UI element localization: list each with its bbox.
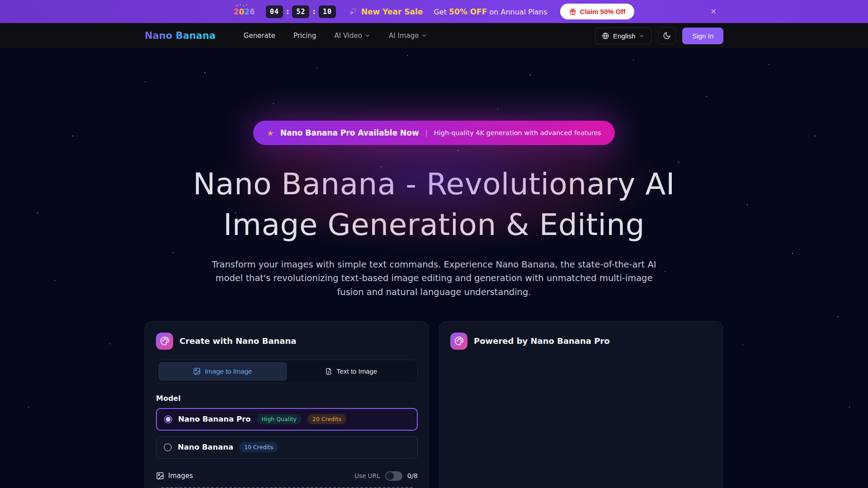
globe-icon	[602, 32, 609, 40]
radio-unselected-icon	[164, 443, 172, 451]
nav-item-ai-video[interactable]: AI Video	[334, 32, 370, 40]
logo[interactable]: Nano Banana	[145, 30, 216, 41]
radio-selected-icon	[164, 415, 172, 423]
chevron-down-icon	[364, 33, 371, 39]
main-content: Create with Nano Banana Image to Image T…	[145, 321, 723, 488]
banner-close-button[interactable]: ✕	[711, 8, 717, 15]
badge-title: Nano Banana Pro Available Now	[280, 128, 419, 137]
toggle-knob	[386, 472, 394, 480]
countdown-timer: 04 : 52 : 10	[266, 5, 336, 18]
sale-title: New Year Sale	[361, 7, 423, 16]
language-selector[interactable]: English	[595, 28, 651, 44]
generator-card: Create with Nano Banana Image to Image T…	[145, 321, 429, 488]
chevron-down-icon	[639, 33, 645, 39]
top-navigation: Nano Banana Generate Pricing AI Video AI…	[0, 23, 868, 48]
image-icon	[193, 367, 201, 375]
image-counter: 0/8	[407, 472, 418, 479]
claim-offer-button[interactable]: Claim 50% Off	[560, 4, 635, 19]
mode-tabs: Image to Image Text to Image	[156, 360, 418, 383]
hero-section: ★ Nano Banana Pro Available Now | High-q…	[0, 48, 868, 300]
model-section-label: Model	[156, 394, 418, 403]
preview-title: Powered by Nano Banana Pro	[474, 336, 610, 346]
pro-announcement-badge[interactable]: ★ Nano Banana Pro Available Now | High-q…	[253, 121, 615, 145]
countdown-minutes: 52	[292, 5, 309, 18]
promo-banner: 2026 04 : 52 : 10 New Year Sale Get 50% …	[0, 0, 868, 23]
palette-icon	[450, 333, 467, 350]
gift-icon	[569, 8, 576, 15]
quality-badge: High Quality	[257, 414, 302, 424]
badge-subtitle: High-quality 4K generation with advanced…	[434, 129, 601, 136]
page-title: Nano Banana - Revolutionary AI Image Gen…	[0, 164, 868, 245]
model-option-nano-banana-pro[interactable]: Nano Banana Pro High Quality 20 Credits	[156, 408, 418, 431]
use-url-toggle[interactable]	[385, 471, 402, 481]
moon-icon	[663, 32, 671, 40]
document-icon	[325, 368, 332, 375]
nav-item-generate[interactable]: Generate	[244, 32, 275, 40]
model-option-nano-banana[interactable]: Nano Banana 10 Credits	[156, 436, 418, 459]
sale-offer-text: Get 50% OFF on Annual Plans	[434, 7, 547, 16]
nav-item-pricing[interactable]: Pricing	[293, 32, 316, 40]
images-label: Images	[168, 472, 193, 480]
nav-links: Generate Pricing AI Video AI Image	[244, 32, 428, 40]
theme-toggle-button[interactable]	[658, 27, 676, 44]
tab-text-to-image[interactable]: Text to Image	[287, 362, 416, 381]
tab-image-to-image[interactable]: Image to Image	[158, 362, 287, 381]
images-header-row: Images Use URL 0/8	[156, 471, 418, 481]
preview-card: Powered by Nano Banana Pro	[439, 321, 723, 488]
countdown-seconds: 10	[319, 5, 336, 18]
new-year-2026-icon: 2026	[234, 7, 255, 16]
chevron-down-icon	[421, 33, 427, 39]
nav-item-ai-image[interactable]: AI Image	[389, 32, 427, 40]
use-url-label: Use URL	[354, 472, 380, 479]
party-popper-icon	[349, 7, 357, 16]
discount-amount: 50% OFF	[449, 7, 487, 16]
palette-icon	[156, 333, 173, 350]
countdown-separator: :	[312, 7, 315, 16]
image-icon	[156, 472, 164, 480]
sign-in-button[interactable]: Sign In	[682, 28, 723, 44]
close-icon: ✕	[711, 8, 717, 15]
badge-divider: |	[425, 129, 428, 137]
credits-badge: 20 Credits	[307, 414, 346, 424]
star-icon: ★	[267, 128, 274, 138]
countdown-hours: 04	[266, 5, 283, 18]
sale-headline: New Year Sale	[349, 7, 423, 16]
hero-description: Transform your images with simple text c…	[203, 258, 665, 300]
credits-badge: 10 Credits	[239, 442, 278, 452]
countdown-separator: :	[286, 7, 289, 16]
generator-title: Create with Nano Banana	[179, 336, 296, 346]
